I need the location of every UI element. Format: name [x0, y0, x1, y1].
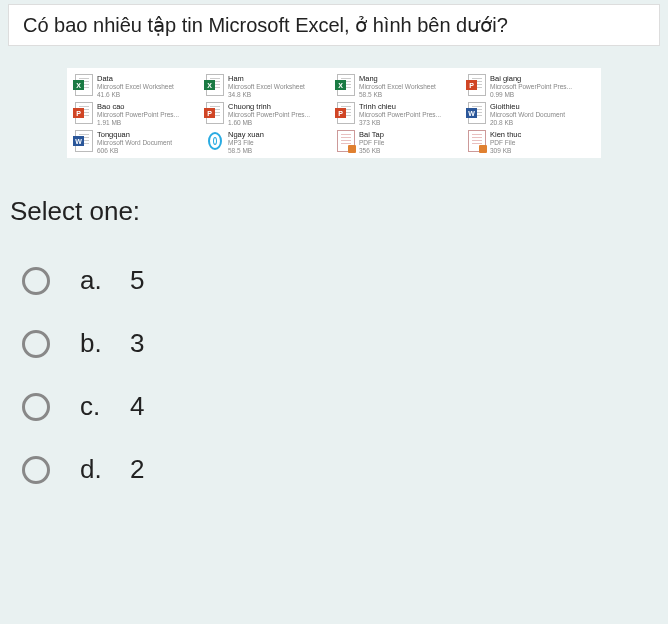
ppt-file-icon: P — [75, 102, 93, 124]
file-item: WTongquanMicrosoft Word Document606 KB — [75, 130, 200, 156]
file-name: Ham — [228, 74, 331, 83]
file-size: 58.5 KB — [359, 91, 462, 99]
radio-button[interactable] — [22, 456, 50, 484]
file-name: Tongquan — [97, 130, 200, 139]
file-info: Bai giangMicrosoft PowerPoint Pres...0.9… — [490, 74, 593, 99]
file-size: 0.99 MB — [490, 91, 593, 99]
question-box: Có bao nhiêu tập tin Microsoft Excel, ở … — [8, 4, 660, 46]
option-letter: a. — [80, 265, 114, 296]
file-size: 606 KB — [97, 147, 200, 155]
file-info: Chuong trinhMicrosoft PowerPoint Pres...… — [228, 102, 331, 127]
file-size: 356 KB — [359, 147, 462, 155]
file-type: MP3 File — [228, 139, 331, 147]
word-file-icon: W — [468, 102, 486, 124]
file-item: PChuong trinhMicrosoft PowerPoint Pres..… — [206, 102, 331, 128]
file-name: Bao cao — [97, 102, 200, 111]
file-size: 41.6 KB — [97, 91, 200, 99]
file-info: Bao caoMicrosoft PowerPoint Pres...1.91 … — [97, 102, 200, 127]
option-a[interactable]: a.5 — [0, 249, 668, 312]
file-name: Trinh chieu — [359, 102, 462, 111]
option-b[interactable]: b.3 — [0, 312, 668, 375]
file-type: PDF File — [359, 139, 462, 147]
option-text: 4 — [130, 391, 144, 422]
excel-file-icon: X — [75, 74, 93, 96]
file-name: Data — [97, 74, 200, 83]
file-type: Microsoft PowerPoint Pres... — [490, 83, 593, 91]
file-info: GioithieuMicrosoft Word Document20.8 KB — [490, 102, 593, 127]
question-text: Có bao nhiêu tập tin Microsoft Excel, ở … — [23, 13, 645, 37]
radio-button[interactable] — [22, 330, 50, 358]
pdf-file-icon — [337, 130, 355, 152]
file-type: Microsoft PowerPoint Pres... — [359, 111, 462, 119]
file-info: DataMicrosoft Excel Worksheet41.6 KB — [97, 74, 200, 99]
file-type: Microsoft Word Document — [490, 111, 593, 119]
ppt-file-icon: P — [206, 102, 224, 124]
file-type: Microsoft Excel Worksheet — [359, 83, 462, 91]
file-item: Kien thucPDF File309 KB — [468, 130, 593, 156]
file-type: PDF File — [490, 139, 593, 147]
file-info: Ngay xuanMP3 File58.5 MB — [228, 130, 331, 155]
option-letter: b. — [80, 328, 114, 359]
file-type: Microsoft Excel Worksheet — [228, 83, 331, 91]
options-list: a.5b.3c.4d.2 — [0, 249, 668, 501]
excel-file-icon: X — [206, 74, 224, 96]
file-item: Ngay xuanMP3 File58.5 MB — [206, 130, 331, 156]
word-file-icon: W — [75, 130, 93, 152]
excel-file-icon: X — [337, 74, 355, 96]
file-name: Bai giang — [490, 74, 593, 83]
file-type: Microsoft Word Document — [97, 139, 200, 147]
file-info: MangMicrosoft Excel Worksheet58.5 KB — [359, 74, 462, 99]
file-name: Mang — [359, 74, 462, 83]
pdf-file-icon — [468, 130, 486, 152]
file-size: 34.8 KB — [228, 91, 331, 99]
file-item: XHamMicrosoft Excel Worksheet34.8 KB — [206, 74, 331, 100]
file-name: Kien thuc — [490, 130, 593, 139]
mp3-file-icon — [206, 130, 224, 152]
radio-button[interactable] — [22, 393, 50, 421]
file-item: XDataMicrosoft Excel Worksheet41.6 KB — [75, 74, 200, 100]
file-name: Bai Tap — [359, 130, 462, 139]
file-size: 309 KB — [490, 147, 593, 155]
file-size: 373 KB — [359, 119, 462, 127]
file-size: 1.60 MB — [228, 119, 331, 127]
file-item: PBai giangMicrosoft PowerPoint Pres...0.… — [468, 74, 593, 100]
file-item: PBao caoMicrosoft PowerPoint Pres...1.91… — [75, 102, 200, 128]
file-item: PTrinh chieuMicrosoft PowerPoint Pres...… — [337, 102, 462, 128]
select-one-label: Select one: — [10, 196, 668, 227]
file-type: Microsoft PowerPoint Pres... — [97, 111, 200, 119]
file-info: HamMicrosoft Excel Worksheet34.8 KB — [228, 74, 331, 99]
file-name: Gioithieu — [490, 102, 593, 111]
file-item: Bai TapPDF File356 KB — [337, 130, 462, 156]
file-info: Kien thucPDF File309 KB — [490, 130, 593, 155]
file-info: Bai TapPDF File356 KB — [359, 130, 462, 155]
file-name: Ngay xuan — [228, 130, 331, 139]
radio-button[interactable] — [22, 267, 50, 295]
file-type: Microsoft PowerPoint Pres... — [228, 111, 331, 119]
file-name: Chuong trinh — [228, 102, 331, 111]
file-item: WGioithieuMicrosoft Word Document20.8 KB — [468, 102, 593, 128]
file-type: Microsoft Excel Worksheet — [97, 83, 200, 91]
option-text: 3 — [130, 328, 144, 359]
option-d[interactable]: d.2 — [0, 438, 668, 501]
option-text: 5 — [130, 265, 144, 296]
file-size: 58.5 MB — [228, 147, 331, 155]
ppt-file-icon: P — [337, 102, 355, 124]
file-info: Trinh chieuMicrosoft PowerPoint Pres...3… — [359, 102, 462, 127]
file-listing-image: XDataMicrosoft Excel Worksheet41.6 KBXHa… — [67, 68, 601, 158]
file-size: 1.91 MB — [97, 119, 200, 127]
option-text: 2 — [130, 454, 144, 485]
file-info: TongquanMicrosoft Word Document606 KB — [97, 130, 200, 155]
option-letter: d. — [80, 454, 114, 485]
option-letter: c. — [80, 391, 114, 422]
file-size: 20.8 KB — [490, 119, 593, 127]
file-item: XMangMicrosoft Excel Worksheet58.5 KB — [337, 74, 462, 100]
option-c[interactable]: c.4 — [0, 375, 668, 438]
ppt-file-icon: P — [468, 74, 486, 96]
